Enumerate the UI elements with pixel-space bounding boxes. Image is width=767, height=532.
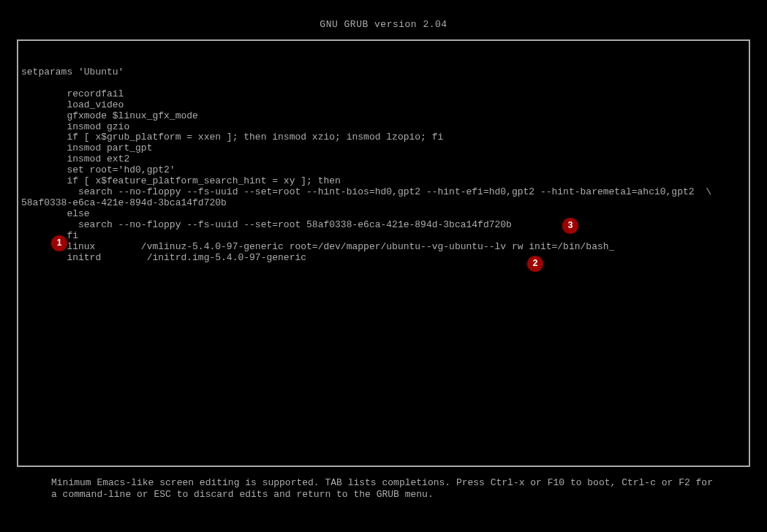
annotation-marker-1: 1 (51, 235, 67, 251)
grub-title: GNU GRUB version 2.04 (0, 0, 767, 39)
annotation-marker-3: 3 (562, 218, 578, 234)
grub-footer-help: Minimum Emacs-like screen editing is sup… (0, 467, 767, 500)
grub-code-content: setparams 'Ubuntu' recordfail load_video… (21, 67, 746, 264)
grub-editor[interactable]: setparams 'Ubuntu' recordfail load_video… (17, 39, 750, 467)
annotation-marker-2: 2 (527, 256, 543, 272)
